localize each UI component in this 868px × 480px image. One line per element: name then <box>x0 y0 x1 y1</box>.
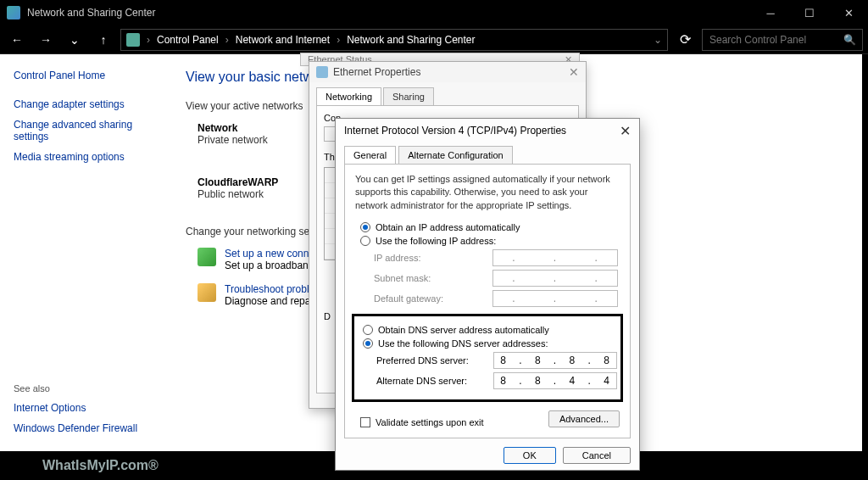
tab-networking[interactable]: Networking <box>316 87 381 105</box>
gateway-row: Default gateway: ... <box>374 290 620 307</box>
alternate-dns-row: Alternate DNS server: 8. 8. 4. 4 <box>376 372 617 389</box>
ip-label: IP address: <box>374 253 484 263</box>
ipv4-properties-dialog: Internet Protocol Version 4 (TCP/IPv4) P… <box>335 118 640 471</box>
tab-bar: General Alternate Configuration <box>344 146 631 164</box>
radio-dns-auto[interactable]: Obtain DNS server address automatically <box>363 325 617 335</box>
tab-bar: Networking Sharing <box>316 87 579 105</box>
forward-button[interactable]: → <box>34 28 58 52</box>
breadcrumb[interactable]: › Control Panel › Network and Internet ›… <box>120 29 668 51</box>
subnet-label: Subnet mask: <box>374 273 484 283</box>
setup-icon <box>198 248 216 266</box>
radio-ip-manual[interactable]: Use the following IP address: <box>360 236 620 246</box>
radio-icon <box>360 222 370 232</box>
up-button[interactable]: ↑ <box>92 28 115 52</box>
alternate-dns-label: Alternate DNS server: <box>376 376 485 386</box>
dialog-titlebar[interactable]: Internet Protocol Version 4 (TCP/IPv4) P… <box>336 119 639 142</box>
seealso-firewall[interactable]: Windows Defender Firewall <box>14 422 152 434</box>
back-button[interactable]: ← <box>5 28 29 52</box>
cancel-button[interactable]: Cancel <box>563 447 631 464</box>
side-link-media[interactable]: Media streaming options <box>14 151 152 163</box>
task-setup-sub: Set up a broadband, <box>225 260 320 271</box>
subnet-row: Subnet mask: ... <box>374 270 620 287</box>
side-pane: Control Panel Home Change adapter settin… <box>0 54 165 451</box>
radio-label: Obtain an IP address automatically <box>376 222 520 232</box>
close-icon[interactable]: ✕ <box>620 123 631 139</box>
dialog-title: Ethernet Properties <box>333 66 420 78</box>
alternate-dns-input[interactable]: 8. 8. 4. 4 <box>493 372 617 389</box>
recent-button[interactable]: ⌄ <box>63 28 86 52</box>
task-troubleshoot-link[interactable]: Troubleshoot proble <box>225 283 316 295</box>
dialog-titlebar[interactable]: Ethernet Properties ✕ <box>309 62 586 82</box>
crumb-2[interactable]: Network and Sharing Center <box>343 34 478 46</box>
crumb-1[interactable]: Network and Internet <box>232 34 333 46</box>
close-button[interactable]: ✕ <box>829 0 868 25</box>
crumb-0[interactable]: Control Panel <box>153 34 222 46</box>
minimize-button[interactable]: ─ <box>751 0 790 25</box>
breadcrumb-icon <box>126 33 140 47</box>
preferred-dns-input[interactable]: 8. 8. 8. 8 <box>493 352 617 369</box>
ipv4-body: You can get IP settings assigned automat… <box>344 164 631 438</box>
dns-highlight-block: Obtain DNS server address automatically … <box>352 314 623 402</box>
tab-alternate[interactable]: Alternate Configuration <box>398 146 513 164</box>
window-title: Network and Sharing Center <box>27 7 155 19</box>
troubleshoot-icon <box>198 283 216 302</box>
dialog-title: Internet Protocol Version 4 (TCP/IPv4) P… <box>344 125 566 137</box>
radio-label: Obtain DNS server address automatically <box>378 325 549 335</box>
preferred-dns-row: Preferred DNS server: 8. 8. 8. 8 <box>376 352 617 369</box>
ok-button[interactable]: OK <box>504 447 556 464</box>
radio-dns-manual[interactable]: Use the following DNS server addresses: <box>363 338 617 349</box>
dialog-button-bar: OK Cancel <box>336 447 639 472</box>
ip-address-input: ... <box>492 249 618 266</box>
titlebar: Network and Sharing Center ─ ☐ ✕ <box>0 0 868 25</box>
ethernet-icon <box>316 66 328 78</box>
tab-general[interactable]: General <box>344 146 396 164</box>
ip-address-row: IP address: ... <box>374 249 620 266</box>
ipv4-description: You can get IP settings assigned automat… <box>355 173 620 212</box>
advanced-button[interactable]: Advanced... <box>548 410 620 427</box>
watermark-text: WhatIsMyIP.com® <box>42 458 159 473</box>
app-icon <box>7 6 20 20</box>
gateway-label: Default gateway: <box>374 293 484 304</box>
see-also-label: See also <box>14 383 152 393</box>
nav-toolbar: ← → ⌄ ↑ › Control Panel › Network and In… <box>0 25 868 54</box>
tab-sharing[interactable]: Sharing <box>383 87 434 105</box>
refresh-button[interactable]: ⟳ <box>673 28 697 52</box>
radio-icon <box>360 236 370 246</box>
side-link-adapter[interactable]: Change adapter settings <box>14 98 152 110</box>
radio-icon <box>363 325 373 335</box>
subnet-input: ... <box>492 270 618 287</box>
validate-checkbox-row[interactable]: Validate settings upon exit <box>360 417 484 427</box>
maximize-button[interactable]: ☐ <box>790 0 829 25</box>
task-troubleshoot-sub: Diagnose and repair <box>225 295 316 307</box>
side-link-sharing[interactable]: Change advanced sharing settings <box>14 119 152 142</box>
crumb-sep: › <box>225 34 229 46</box>
validate-label: Validate settings upon exit <box>376 417 484 427</box>
preferred-dns-label: Preferred DNS server: <box>376 355 485 366</box>
crumb-sep: › <box>337 34 340 46</box>
search-input[interactable] <box>702 29 863 51</box>
control-panel-home-link[interactable]: Control Panel Home <box>14 70 152 81</box>
crumb-sep: › <box>147 34 150 46</box>
radio-ip-auto[interactable]: Obtain an IP address automatically <box>360 222 620 232</box>
radio-label: Use the following IP address: <box>376 236 496 246</box>
search-icon[interactable]: 🔍 <box>843 34 856 46</box>
seealso-internet-options[interactable]: Internet Options <box>14 402 152 414</box>
task-setup-link[interactable]: Set up a new connec <box>225 248 320 260</box>
gateway-input: ... <box>492 290 618 307</box>
radio-icon <box>363 338 373 349</box>
radio-label: Use the following DNS server addresses: <box>378 338 548 349</box>
checkbox-icon <box>360 417 370 427</box>
crumb-dropdown-icon[interactable]: ⌄ <box>654 34 662 46</box>
close-icon[interactable]: ✕ <box>569 65 579 79</box>
